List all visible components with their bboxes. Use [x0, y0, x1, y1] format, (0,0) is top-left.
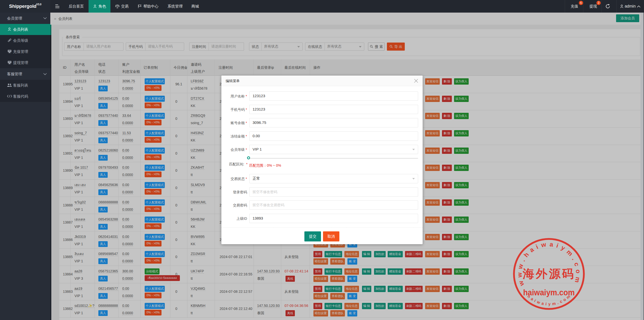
svg-text:海外源码: 海外源码 [522, 267, 575, 280]
